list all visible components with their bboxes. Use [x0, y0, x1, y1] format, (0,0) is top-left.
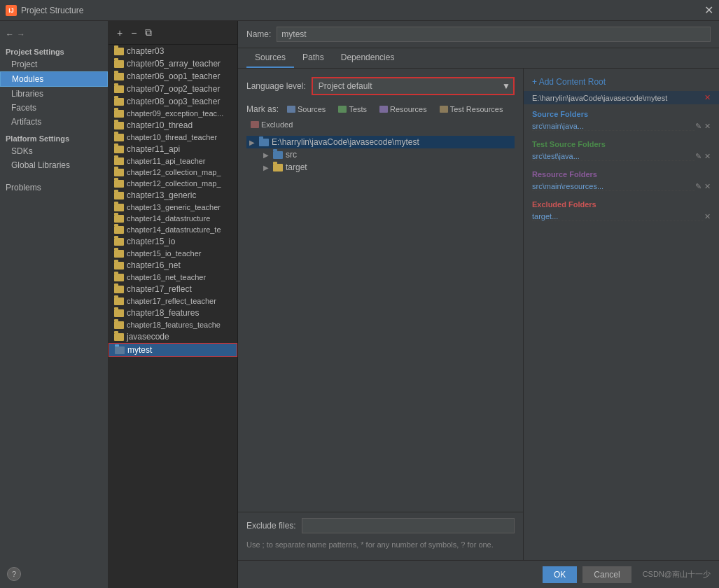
sidebar-item-modules[interactable]: Modules — [0, 71, 108, 87]
project-settings-section: Project Settings Project Modules Librari… — [0, 45, 108, 129]
mark-resources-button[interactable]: Resources — [375, 104, 431, 115]
remove-source-folder-button[interactable]: ✕ — [704, 122, 711, 131]
expand-icon: ▶ — [249, 139, 256, 146]
list-item[interactable]: chapter17_reflect — [109, 283, 237, 295]
list-item-mytest[interactable]: mytest — [109, 343, 237, 357]
tree-item-src[interactable]: ▶ src — [246, 148, 515, 161]
list-item[interactable]: chapter13_generic_teacher — [109, 202, 237, 213]
sidebar-item-artifacts[interactable]: Artifacts — [0, 115, 108, 129]
list-item[interactable]: chapter16_net — [109, 259, 237, 272]
list-item[interactable]: chapter15_io — [109, 235, 237, 248]
target-label: target — [286, 162, 307, 172]
root-path-row: E:\harrylin\javaCode\javasecode\mytest ✕ — [524, 91, 719, 104]
list-item[interactable]: chapter15_io_teacher — [109, 248, 237, 259]
tab-dependencies[interactable]: Dependencies — [333, 48, 403, 68]
list-item[interactable]: chapter10_thread_teacher — [109, 132, 237, 143]
close-button[interactable]: ✕ — [704, 4, 713, 17]
tab-sources[interactable]: Sources — [246, 48, 294, 68]
exclude-files-row: Exclude files: — [238, 512, 523, 539]
list-item[interactable]: chapter12_collection_map_ — [109, 167, 237, 178]
expand-icon: ▶ — [263, 164, 270, 172]
list-item[interactable]: chapter14_datastructure — [109, 213, 237, 224]
sidebar: ← → Project Settings Project Modules Lib… — [0, 21, 109, 588]
sidebar-item-problems[interactable]: Problems — [0, 181, 108, 195]
resource-folders-title: Resource Folders — [532, 170, 711, 178]
list-item[interactable]: chapter03 — [109, 45, 237, 57]
left-panel: Language level: Project default ▼ Mark a… — [238, 69, 523, 560]
right-panel: + Add Content Root E:\harrylin\javaCode\… — [523, 69, 719, 560]
list-item[interactable]: chapter11_api_teacher — [109, 155, 237, 167]
add-content-root-button[interactable]: + Add Content Root — [532, 77, 606, 87]
language-level-select[interactable]: Project default — [312, 77, 515, 95]
sidebar-item-facets[interactable]: Facets — [0, 101, 108, 115]
mark-sources-button[interactable]: Sources — [283, 104, 330, 115]
list-item[interactable]: chapter06_oop1_teacher — [109, 70, 237, 83]
sidebar-item-libraries[interactable]: Libraries — [0, 87, 108, 101]
remove-test-source-folder-button[interactable]: ✕ — [704, 152, 711, 161]
mark-tests-button[interactable]: Tests — [334, 104, 371, 115]
list-item[interactable]: chapter16_net_teacher — [109, 272, 237, 283]
excluded-folder-icon — [251, 121, 259, 128]
sidebar-item-sdks[interactable]: SDKs — [0, 144, 108, 158]
test-source-folders-title: Test Source Folders — [532, 140, 711, 148]
list-item[interactable]: chapter13_generic — [109, 189, 237, 202]
ok-button[interactable]: OK — [543, 566, 577, 583]
src-label: src — [286, 150, 297, 160]
module-toolbar: + − ⧉ — [109, 21, 237, 45]
content-area: Language level: Project default ▼ Mark a… — [238, 69, 719, 560]
help-button[interactable]: ? — [7, 567, 21, 581]
language-level-row: Language level: Project default ▼ — [238, 74, 523, 101]
list-item[interactable]: javasecode — [109, 330, 237, 343]
cancel-button[interactable]: Cancel — [582, 566, 631, 583]
source-folders-title: Source Folders — [532, 110, 711, 118]
sidebar-item-global-libraries[interactable]: Global Libraries — [0, 158, 108, 172]
source-folder-entry: src\main\java... ✎ ✕ — [532, 121, 711, 132]
tree-root-item[interactable]: ▶ E:\harrylin\javaCode\javasecode\mytest — [246, 136, 515, 148]
test-source-folders-section: Test Source Folders src\test\java... ✎ ✕ — [524, 134, 719, 164]
edit-resource-folder-button[interactable]: ✎ — [695, 182, 701, 191]
test-source-folder-actions: ✎ ✕ — [695, 152, 711, 161]
name-input[interactable] — [277, 27, 711, 42]
list-item[interactable]: chapter12_collection_map_ — [109, 178, 237, 189]
list-item[interactable]: chapter05_array_teacher — [109, 57, 237, 70]
list-item[interactable]: chapter17_reflect_teacher — [109, 295, 237, 307]
remove-resource-folder-button[interactable]: ✕ — [704, 182, 711, 191]
project-settings-label: Project Settings — [0, 45, 108, 57]
mark-excluded-button[interactable]: Excluded — [246, 119, 297, 130]
back-button[interactable]: ← — [6, 29, 14, 39]
module-list: + − ⧉ chapter03 chapter05_array_teacher … — [109, 21, 238, 588]
mark-as-label: Mark as: — [246, 104, 279, 114]
list-item[interactable]: chapter09_exception_teac... — [109, 108, 237, 119]
edit-source-folder-button[interactable]: ✎ — [695, 122, 701, 131]
sidebar-item-project[interactable]: Project — [0, 57, 108, 71]
test-source-folder-entry: src\test\java... ✎ ✕ — [532, 151, 711, 162]
tab-paths[interactable]: Paths — [294, 48, 333, 68]
list-item[interactable]: chapter08_oop3_teacher — [109, 95, 237, 108]
list-item[interactable]: chapter18_features — [109, 307, 237, 319]
list-item[interactable]: chapter11_api — [109, 143, 237, 155]
src-folder-icon — [273, 151, 283, 159]
remove-module-button[interactable]: − — [128, 26, 139, 40]
list-item[interactable]: chapter07_oop2_teacher — [109, 83, 237, 95]
remove-excluded-folder-button[interactable]: ✕ — [704, 212, 711, 221]
test-source-folder-path: src\test\java... — [532, 152, 695, 161]
window-title: Project Structure — [21, 6, 83, 15]
remove-root-button[interactable]: ✕ — [704, 93, 711, 102]
right-panel-header: + Add Content Root — [524, 74, 719, 91]
excluded-folder-entry: target... ✕ — [532, 211, 711, 222]
add-module-button[interactable]: + — [114, 26, 125, 40]
list-item[interactable]: chapter10_thread — [109, 119, 237, 132]
mark-test-resources-button[interactable]: Test Resources — [435, 104, 508, 115]
list-item[interactable]: chapter18_features_teache — [109, 319, 237, 330]
copy-module-button[interactable]: ⧉ — [142, 25, 155, 40]
list-item[interactable]: chapter14_datastructure_te — [109, 224, 237, 235]
expand-icon: ▶ — [263, 151, 270, 159]
resource-folders-section: Resource Folders src\main\resources... ✎… — [524, 164, 719, 195]
tree-item-target[interactable]: ▶ target — [246, 161, 515, 174]
forward-button[interactable]: → — [17, 29, 25, 39]
edit-test-source-folder-button[interactable]: ✎ — [695, 152, 701, 161]
resources-folder-icon — [379, 106, 388, 113]
title-bar: IJ Project Structure ✕ — [0, 0, 719, 21]
source-folder-actions: ✎ ✕ — [695, 122, 711, 131]
exclude-files-input[interactable] — [302, 518, 515, 533]
